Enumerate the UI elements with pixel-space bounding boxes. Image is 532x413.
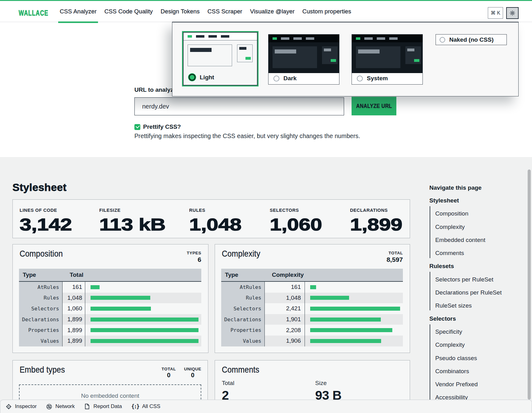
- row-bar-cell: [305, 282, 403, 293]
- group-indent-line: [430, 272, 430, 310]
- url-input[interactable]: [134, 97, 344, 115]
- page-nav-item-complexity[interactable]: Complexity: [435, 224, 465, 230]
- analyze-url-label: ANALYZE URL: [356, 103, 392, 109]
- theme-option-naked[interactable]: Naked (no CSS): [436, 34, 507, 45]
- stat-value: 0: [161, 372, 176, 379]
- page-nav-heading-stylesheet[interactable]: Stylesheet: [429, 197, 459, 204]
- row-type: Values: [19, 336, 63, 346]
- stat-label: TOTAL: [161, 367, 176, 371]
- table-body: AtRules161 Rules1,048 Selectors1,060 Dec…: [19, 282, 201, 346]
- meta-label: TOTAL: [386, 251, 403, 255]
- col-header-type: Type: [19, 271, 63, 278]
- page-nav-item-vendor-prefixed[interactable]: Vendor Prefixed: [435, 381, 478, 388]
- nav-visualize-layer[interactable]: Visualize @layer: [250, 8, 295, 15]
- embed-total-stat: TOTAL 0: [161, 367, 176, 379]
- composition-meta: TYPES 6: [187, 251, 201, 263]
- row-value: 1,060: [63, 303, 85, 314]
- radio-light[interactable]: [189, 74, 196, 81]
- theme-toggle-button[interactable]: [506, 7, 519, 19]
- row-type: AtRules: [19, 282, 63, 293]
- row-value: 1,906: [265, 336, 305, 346]
- page-nav-heading-selectors[interactable]: Selectors: [429, 315, 456, 322]
- nav-css-analyzer[interactable]: CSS Analyzer: [60, 8, 96, 15]
- nav-css-code-quality[interactable]: CSS Code Quality: [104, 8, 153, 15]
- value-bar: [310, 285, 316, 289]
- logo[interactable]: WALLACE: [19, 9, 49, 17]
- navbar-actions: ⌘ K: [488, 7, 519, 19]
- table-row: Declarations1,899: [19, 314, 201, 325]
- command-palette-button[interactable]: ⌘ K: [488, 7, 503, 19]
- theme-option-light[interactable]: Light: [183, 32, 258, 86]
- row-type: Declarations: [221, 314, 265, 325]
- value-bar: [91, 307, 151, 311]
- page-nav-item-declarations-per-ruleset[interactable]: Declarations per RuleSet: [435, 289, 502, 296]
- report-data-icon: [84, 403, 90, 410]
- stat-label: Total: [222, 380, 234, 387]
- complexity-title: Complexity: [222, 249, 260, 259]
- stat-selectors: SELECTORS 1,060: [270, 208, 313, 234]
- theme-naked-label: Naked (no CSS): [449, 36, 494, 43]
- scrollbar-thumb[interactable]: [528, 169, 531, 400]
- row-type: Rules: [221, 293, 265, 304]
- row-type: Properties: [19, 325, 63, 336]
- complexity-panel: Complexity TOTAL 8,597 Type Complexity A…: [215, 244, 410, 353]
- meta-value: 6: [187, 256, 201, 263]
- theme-light-label: Light: [200, 74, 214, 81]
- prettify-checkbox[interactable]: [134, 124, 140, 130]
- row-value: 1,899: [63, 336, 85, 346]
- theme-option-system[interactable]: System: [352, 34, 423, 85]
- theme-dark-label: Dark: [283, 75, 296, 82]
- stat-lines-of-code: LINES OF CODE 3,142: [20, 208, 63, 234]
- page-nav-item-selectors-per-ruleset[interactable]: Selectors per RuleSet: [435, 276, 493, 283]
- row-value: 2,208: [265, 325, 305, 336]
- network-icon: [46, 403, 52, 410]
- row-type: Selectors: [221, 303, 265, 314]
- theme-picker-panel: Light Dark System Naked (n: [172, 22, 519, 96]
- row-bar-cell: [85, 293, 201, 304]
- stylesheet-stats-panel: LINES OF CODE 3,142 FILESIZE 113 kB RULE…: [12, 199, 410, 238]
- row-value: 1,901: [265, 314, 305, 325]
- table-row: Declarations1,901: [221, 314, 403, 325]
- page-nav-item-composition[interactable]: Composition: [435, 210, 469, 217]
- toolbar-all-css[interactable]: {:} All CSS: [131, 403, 160, 410]
- stat-declarations: DECLARATIONS 1,899: [350, 208, 393, 234]
- page-nav-heading-rulesets[interactable]: Rulesets: [429, 263, 454, 270]
- page-nav-item-combinators[interactable]: Combinators: [435, 368, 469, 375]
- stat-value: 113 kB: [99, 214, 166, 234]
- stat-value: 0: [184, 372, 201, 379]
- radio-dark[interactable]: [273, 76, 279, 81]
- row-value: 161: [265, 282, 305, 293]
- stat-label: DECLARATIONS: [350, 208, 393, 213]
- toolbar-network[interactable]: Network: [46, 403, 75, 410]
- table-row: Rules1,048: [19, 293, 201, 304]
- page-nav-item-specificity[interactable]: Specificity: [435, 328, 462, 335]
- value-bar: [310, 307, 400, 311]
- stylesheet-heading: Stylesheet: [12, 181, 67, 193]
- stat-rules: RULES 1,048: [189, 208, 232, 234]
- nav-custom-properties[interactable]: Custom properties: [302, 8, 351, 15]
- navbar: WALLACE CSS Analyzer CSS Code Quality De…: [0, 1, 532, 22]
- meta-label: TYPES: [187, 251, 201, 255]
- toolbar-report-data[interactable]: Report Data: [84, 403, 122, 410]
- toolbar-inspector[interactable]: Inspector: [6, 403, 37, 410]
- row-bar-cell: [85, 282, 201, 293]
- comments-size-stat: Size 93 B: [315, 380, 342, 403]
- page-nav-item-comments[interactable]: Comments: [435, 250, 464, 257]
- page-nav-title: Navigate this page: [429, 184, 482, 191]
- page-nav-item-embedded-content[interactable]: Embedded content: [435, 237, 485, 244]
- row-value: 1,899: [63, 325, 85, 336]
- composition-table: Type Total AtRules161 Rules1,048 Selecto…: [19, 269, 201, 346]
- row-type: Values: [221, 336, 265, 346]
- theme-option-dark[interactable]: Dark: [268, 34, 339, 85]
- radio-system[interactable]: [357, 76, 363, 81]
- page-nav-item-pseudo-classes[interactable]: Pseudo classes: [435, 355, 477, 362]
- sun-icon: [509, 10, 516, 16]
- row-bar-cell: [85, 325, 201, 336]
- radio-naked[interactable]: [440, 37, 445, 43]
- page-nav-item-selector-complexity[interactable]: Complexity: [435, 341, 465, 348]
- nav-design-tokens[interactable]: Design Tokens: [161, 8, 200, 15]
- analyze-url-button[interactable]: ANALYZE URL: [352, 97, 396, 115]
- page-nav-item-ruleset-sizes[interactable]: RuleSet sizes: [435, 302, 472, 309]
- stat-label: LINES OF CODE: [20, 208, 63, 213]
- nav-css-scraper[interactable]: CSS Scraper: [208, 8, 242, 15]
